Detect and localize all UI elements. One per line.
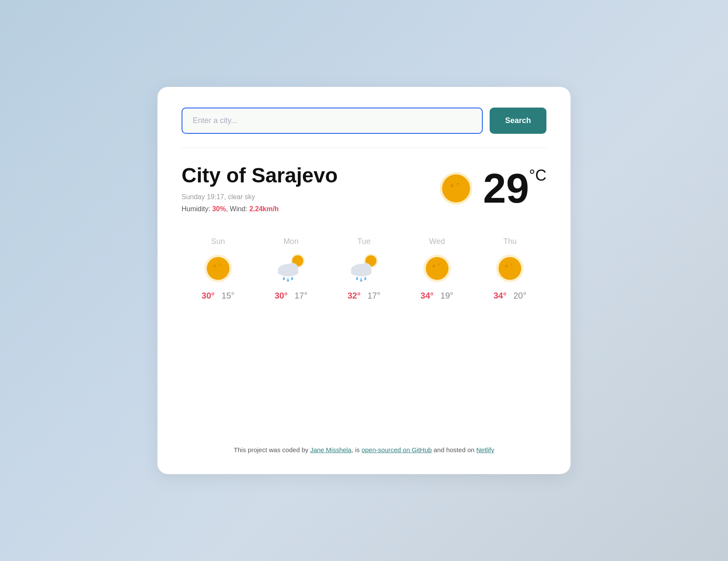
weather-description: Sunday 19:17, clear sky (182, 193, 338, 201)
forecast-temps: 30° 15° (202, 291, 235, 301)
forecast-weather-icon (201, 251, 235, 286)
city-search-input[interactable] (182, 108, 483, 134)
forecast-day: Mon 30° 17° (274, 237, 308, 301)
forecast-weather-icon (347, 251, 381, 286)
forecast-low-temp: 17° (294, 291, 307, 301)
svg-point-37 (499, 257, 521, 280)
forecast-weather-icon (274, 251, 308, 286)
footer-netlify-link[interactable]: Netlify (476, 446, 494, 453)
forecast-high-temp: 30° (202, 291, 215, 301)
forecast-weather-icon (420, 251, 454, 286)
city-name: City of Sarajevo (182, 163, 338, 187)
temperature-display: 29°C (437, 168, 546, 209)
current-weather-section: City of Sarajevo Sunday 19:17, clear sky… (182, 163, 546, 213)
search-button[interactable]: Search (490, 108, 546, 134)
footer-author-link[interactable]: Jane Misshela (310, 446, 352, 453)
svg-point-39 (511, 263, 513, 265)
search-row: Search (182, 108, 546, 134)
divider (182, 148, 546, 148)
forecast-high-temp: 34° (494, 291, 506, 301)
forecast-day: Tue 32° 17° (347, 237, 381, 301)
forecast-low-temp: 15° (222, 291, 234, 301)
forecast-day-label: Mon (284, 237, 299, 246)
svg-point-3 (457, 182, 459, 185)
city-info: City of Sarajevo Sunday 19:17, clear sky… (182, 163, 338, 213)
forecast-day-label: Tue (358, 237, 370, 246)
forecast-temps: 34° 20° (494, 291, 527, 301)
svg-point-13 (278, 269, 299, 276)
forecast-high-temp: 30° (275, 291, 287, 301)
footer-text-before: This project was coded by (234, 446, 310, 453)
svg-point-6 (213, 265, 216, 267)
footer-text-after: and hosted on (432, 446, 476, 453)
forecast-low-temp: 19° (441, 291, 453, 301)
forecast-temps: 30° 17° (275, 291, 308, 301)
forecast-section: Sun 30° 15° Mon (182, 234, 546, 301)
svg-point-33 (426, 257, 448, 280)
forecast-day-label: Sun (211, 237, 225, 246)
forecast-high-temp: 32° (348, 291, 361, 301)
forecast-day-label: Wed (429, 237, 445, 246)
svg-point-5 (207, 257, 229, 280)
forecast-low-temp: 20° (513, 291, 526, 301)
svg-point-7 (219, 263, 221, 265)
svg-point-1 (442, 174, 470, 202)
forecast-day: Thu 34° 20° (493, 237, 527, 301)
forecast-low-temp: 17° (367, 291, 380, 301)
forecast-day: Wed 34° 19° (420, 237, 454, 301)
svg-point-34 (432, 265, 435, 267)
forecast-temps: 32° 17° (348, 291, 381, 301)
forecast-weather-icon (493, 251, 527, 286)
forecast-temps: 34° 19° (420, 291, 453, 301)
wind-label: , Wind: (226, 205, 249, 213)
forecast-high-temp: 34° (420, 291, 433, 301)
current-temp-wrapper: 29°C (483, 168, 546, 209)
svg-point-35 (438, 263, 440, 265)
current-weather-icon (437, 169, 475, 208)
current-temperature: 29 (483, 168, 529, 209)
footer: This project was coded by Jane Misshela,… (182, 443, 546, 453)
weather-card: Search City of Sarajevo Sunday 19:17, cl… (157, 87, 571, 474)
svg-point-2 (450, 184, 453, 187)
humidity-label: Humidity: (182, 205, 212, 213)
humidity-value: 30% (212, 205, 226, 213)
temperature-unit: °C (529, 168, 546, 183)
forecast-day-label: Thu (503, 237, 517, 246)
svg-point-38 (505, 265, 508, 267)
svg-point-25 (351, 269, 372, 276)
weather-stats: Humidity: 30%, Wind: 2.24km/h (182, 205, 338, 213)
wind-value: 2.24km/h (249, 205, 278, 213)
forecast-day: Sun 30° 15° (201, 237, 235, 301)
footer-text-middle: , is (352, 446, 361, 453)
footer-github-link[interactable]: open-sourced on GitHub (361, 446, 432, 453)
